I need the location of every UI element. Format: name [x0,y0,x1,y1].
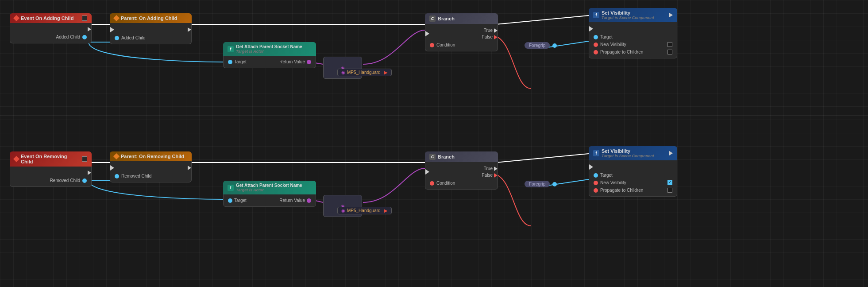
false-exec-out [494,35,498,39]
string-node-bot[interactable]: ◉ MP5_Handguard ▶ [337,207,392,214]
string-icon-top: ◉ [341,70,345,75]
parent-on-removing-child[interactable]: Parent: On Removing Child Removed Child [110,151,192,182]
parent-on-removing-title: Parent: On Removing Child [121,154,184,159]
event-on-adding-child-title: Event On Adding Child [21,16,73,21]
new-vis-pin-top [594,43,598,47]
added-child-in-pin [115,36,119,40]
removed-child-row: Removed Child [10,177,91,184]
return-value-label-bot: Return Value [279,198,305,203]
parent-on-adding-child-header: Parent: On Adding Child [110,13,192,23]
event-on-adding-child-body: Added Child [10,23,92,43]
branch-top-title: Branch [438,16,455,21]
removed-child-in-label: Removed Child [121,174,151,178]
branch-exec-row: True False [425,26,498,41]
new-visibility-row-top: New Visibility [589,41,677,48]
get-attach-top-body: Target Return Value [223,56,316,68]
event-on-removing-child[interactable]: Event On Removing Child Removed Child [10,151,92,187]
propagate-row-bot: Propagate to Children [589,186,677,194]
set-vis-bot-exec-out [669,151,673,155]
parent-on-adding-child[interactable]: Parent: On Adding Child Added Child [110,13,192,44]
branch-bot-title: Branch [438,154,455,159]
get-attach-bot-subtitle: Target is Actor [236,188,302,192]
node-options-icon[interactable] [82,16,87,21]
new-vis-checkbox-bot[interactable] [667,180,672,185]
branch-icon-top: C [429,16,436,22]
branch-bot[interactable]: C Branch True False Condition [425,151,498,190]
set-vis-bot-exec-in-row [589,163,677,171]
foregrip-bot: Foregrip [525,181,557,187]
set-vis-top-title: Set Visibility [602,10,654,16]
set-vis-bot-exec-in [589,164,593,170]
condition-row-top: Condition [425,41,498,49]
added-child-pin [82,35,87,39]
get-attach-top[interactable]: f Get Attach Parent Socket Name Target i… [223,42,316,68]
target-returnvalue-row-bot: Target Return Value [224,197,316,204]
propagate-row-top: Propagate to Children [589,48,677,56]
exec-out-row [10,25,91,33]
added-child-in-label: Added Child [121,35,145,40]
event-removing-icon [13,156,19,162]
removing-options-icon[interactable] [82,156,87,162]
branch-top[interactable]: C Branch True False Condition [425,13,498,51]
row-divider [0,115,868,116]
get-attach-top-subtitle: Target is Actor [236,49,302,54]
removed-child-in-row: Removed Child [110,172,191,180]
event-icon [13,15,19,21]
exec-in [425,31,429,36]
branch-top-header: C Branch [425,13,498,24]
set-vis-top-exec-out [669,13,673,17]
target-label: Target [234,59,247,64]
set-vis-exec-in [589,26,593,31]
foregrip-top-label: Foregrip [529,43,545,48]
target-in-pin-bot [228,198,232,203]
branch-bot-exec-row: True False [425,164,498,179]
exec-in-bot [425,169,429,175]
event-on-removing-header: Event On Removing Child [10,151,92,167]
return-value-label: Return Value [279,59,305,64]
target-label-bot: Target [234,198,247,203]
exec-row [110,25,191,34]
propagate-checkbox-bot[interactable] [667,188,672,193]
target-label-bot2: Target [600,173,613,178]
set-vis-bot-title: Set Visibility [602,148,654,154]
string-node-top[interactable]: ◉ MP5_Handguard ▶ [337,69,392,76]
condition-pin-bot [430,181,434,186]
added-child-row: Added Child [10,33,91,41]
branch-top-body: True False Condition [425,24,498,51]
setvis-icon-bot: f [593,150,599,156]
set-visibility-bot[interactable]: f Set Visibility Target is Scene Compone… [589,146,677,197]
set-vis-bot-body: Target New Visibility Propagate to Child… [589,160,677,197]
new-vis-checkbox-top[interactable] [667,42,672,47]
get-attach-bot-body: Target Return Value [223,194,316,207]
added-child-label: Added Child [56,35,80,39]
target-label-top: Target [600,35,613,39]
propagate-checkbox-top[interactable] [667,50,672,54]
exec-out-pin [88,27,91,31]
set-vis-top-body: Target New Visibility Propagate to Child… [589,22,677,58]
string-arrow-top: ▶ [384,70,388,75]
foregrip-bot-pill: Foregrip [525,181,550,187]
get-attach-bot-header: f Get Attach Parent Socket Name Target i… [223,181,316,194]
true-label-top: True [484,28,493,33]
get-attach-top-header: f Get Attach Parent Socket Name Target i… [223,42,316,56]
foregrip-top-pill: Foregrip [525,42,550,49]
string-icon-bot: ◉ [341,208,345,213]
foregrip-bot-label: Foregrip [529,182,545,186]
string-value-top: MP5_Handguard [347,70,381,75]
branch-bot-header: C Branch [425,151,498,162]
new-vis-label-top: New Visibility [600,42,626,47]
set-visibility-top[interactable]: f Set Visibility Target is Scene Compone… [589,8,677,58]
foregrip-top-out-pin [552,43,557,48]
condition-pin-top [430,43,434,47]
func-icon: f [228,46,234,52]
get-attach-bot[interactable]: f Get Attach Parent Socket Name Target i… [223,181,316,207]
removing-exec-row [110,163,191,172]
target-pin-bot [594,173,598,178]
propagate-pin-bot [594,188,598,193]
event-on-removing-title: Event On Removing Child [21,154,80,164]
exec-in-pin [110,27,114,32]
condition-label-bot: Condition [436,181,455,186]
event-on-adding-child[interactable]: Event On Adding Child Added Child [10,13,92,43]
condition-label-top: Condition [436,43,455,47]
func-icon-bot: f [228,185,234,191]
